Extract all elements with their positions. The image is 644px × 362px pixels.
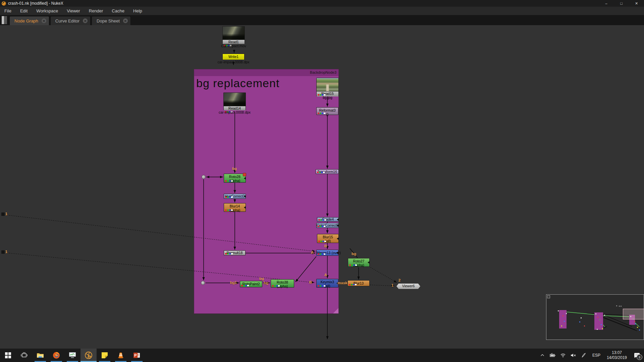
minimap-node-dot: [579, 321, 580, 322]
minimap-node-dot: [581, 317, 582, 318]
tab-close-icon[interactable]: ✕: [42, 18, 46, 23]
node-transform16[interactable]: Transform16: [316, 169, 339, 174]
node-keymix3[interactable]: Keymix3(all): [316, 279, 338, 288]
taskbar-firefox-icon[interactable]: [48, 349, 64, 362]
node-thumbnail: [223, 26, 245, 40]
node-grade4[interactable]: Grade4: [317, 217, 339, 222]
node-colorcorrect5[interactable]: ColorCorrect5: [316, 223, 339, 228]
menu-item-workspace[interactable]: Workspace: [32, 7, 62, 15]
minimap-node-dot: [637, 327, 638, 328]
tab-close-icon[interactable]: ✕: [123, 18, 128, 23]
connection-label: mask: [337, 281, 347, 285]
menu-item-render[interactable]: Render: [85, 7, 108, 15]
node-reformat3[interactable]: Reformat3(): [316, 107, 338, 115]
node-filename: Car-Impact.mov: [221, 44, 246, 48]
node-label: Reformat3: [317, 108, 338, 112]
tab-curve-editor[interactable]: Curve Editor✕: [50, 16, 91, 25]
node-blur13[interactable]: Blur13: [347, 280, 370, 286]
menu-bar: FileEditWorkspaceViewerRenderCacheHelp: [0, 7, 644, 15]
taskbar-task-manager-icon[interactable]: [64, 349, 80, 362]
minimap-view-rect[interactable]: [623, 309, 644, 319]
menu-item-edit[interactable]: Edit: [16, 7, 32, 15]
node-premult18[interactable]: Premult18: [224, 250, 246, 255]
mask-input-arrow-icon: [244, 177, 246, 180]
taskbar-file-explorer-icon[interactable]: [32, 349, 48, 362]
channel-chips-icon: [318, 241, 326, 242]
node-write1[interactable]: Write1: [222, 54, 245, 60]
minimap-node-dot: [564, 321, 565, 322]
menu-item-viewer[interactable]: Viewer: [62, 7, 85, 15]
backdrop-resize-handle[interactable]: [333, 308, 338, 313]
windows-taskbar: P ESP 13:07 14/03/2019 3: [0, 349, 644, 362]
mask-input-arrow-icon: [368, 261, 370, 264]
system-tray: ESP 13:07 14/03/2019 3: [538, 349, 644, 362]
connection-label: 1: [5, 212, 7, 216]
node-read15[interactable]: Read15bg.jpg: [316, 78, 339, 97]
node-blur14[interactable]: Blur14(alpha): [224, 203, 246, 212]
battery-icon[interactable]: [549, 350, 557, 360]
channel-chips-icon: [225, 253, 233, 254]
close-button[interactable]: ✕: [629, 0, 644, 7]
pane-layout-icon[interactable]: [1, 16, 7, 24]
minimize-button[interactable]: –: [599, 0, 614, 7]
node-filename: car-impact.0008.dpx: [217, 60, 249, 64]
taskbar-start-button[interactable]: [0, 349, 16, 362]
node-merge13[interactable]: Merge13 (over): [316, 250, 338, 256]
channel-chips-icon: [349, 264, 357, 266]
node-roto28[interactable]: Roto28(alpha): [224, 174, 246, 183]
svg-text:P: P: [134, 353, 137, 357]
graph-minimap[interactable]: [546, 294, 644, 340]
channel-chips-icon: [318, 94, 325, 96]
node-label: Roto38: [271, 280, 294, 284]
minimap-backdrop: [594, 312, 603, 330]
taskbar-powerpoint-icon[interactable]: P: [129, 349, 145, 362]
mask-input-arrow-icon: [244, 195, 246, 198]
minimap-node-dot: [595, 313, 596, 314]
tab-node-graph[interactable]: Node Graph✕: [9, 16, 49, 25]
dot-node[interactable]: [202, 175, 206, 179]
pen-icon[interactable]: [580, 350, 588, 360]
node-rotopaint2[interactable]: RotoPaint2: [240, 281, 262, 287]
node-read14[interactable]: Read14: [223, 93, 246, 110]
menu-item-help[interactable]: Help: [129, 7, 147, 15]
node-blur15[interactable]: Blur15(all): [317, 234, 339, 243]
taskbar-apps: P: [0, 349, 145, 362]
taskbar-task-view-icon[interactable]: [16, 349, 32, 362]
minimap-node-dot: [601, 324, 602, 325]
tab-label: Dope Sheet: [97, 18, 120, 23]
volume-muted-icon[interactable]: [570, 350, 578, 360]
backdrop-name: BackdropNode3: [194, 69, 338, 76]
hidden-icons-chevron-icon[interactable]: [538, 350, 546, 360]
node-read1[interactable]: Read1: [222, 26, 245, 44]
dot-node[interactable]: [201, 281, 205, 285]
backdrop-node[interactable]: BackdropNode3 bg replacement: [194, 69, 339, 314]
taskbar-nuke-icon[interactable]: [80, 349, 97, 362]
menu-item-file[interactable]: File: [0, 7, 16, 15]
node-graph-canvas[interactable]: BackdropNode3 bg replacement Localizatio…: [0, 25, 644, 349]
maximize-button[interactable]: □: [614, 0, 629, 7]
minimap-node-dot: [566, 313, 567, 314]
taskbar-sticky-notes-icon[interactable]: [97, 349, 113, 362]
language-indicator[interactable]: ESP: [590, 353, 602, 358]
node-huecorrect3[interactable]: HueCorrect3: [224, 194, 246, 199]
minimap-node-dot: [558, 310, 559, 311]
taskbar-vlc-icon[interactable]: [113, 349, 129, 362]
menu-item-cache[interactable]: Cache: [107, 7, 129, 15]
channel-chips-icon: [241, 285, 249, 286]
tab-dope-sheet[interactable]: Dope Sheet✕: [92, 16, 131, 25]
nuke-app-icon: [2, 1, 6, 6]
mask-input-arrow-icon: [244, 206, 246, 209]
mask-input-arrow-icon: [336, 251, 338, 254]
node-viewer6[interactable]: Viewer6: [396, 284, 420, 289]
node-roto27[interactable]: Roto27(alpha): [348, 258, 370, 267]
node-label: Write1: [223, 54, 244, 60]
tab-label: Node Graph: [14, 18, 38, 23]
clock[interactable]: 13:07 14/03/2019: [605, 350, 629, 360]
node-roto38[interactable]: Roto38(alpha): [271, 279, 294, 288]
wifi-icon[interactable]: [559, 350, 567, 360]
offscreen-connection-stub: [1, 213, 5, 216]
tab-close-icon[interactable]: ✕: [83, 18, 88, 23]
channel-chips-icon: [225, 180, 233, 182]
tab-bar: Node Graph✕Curve Editor✕Dope Sheet✕: [0, 15, 644, 25]
notification-center-icon[interactable]: 3: [631, 350, 643, 360]
